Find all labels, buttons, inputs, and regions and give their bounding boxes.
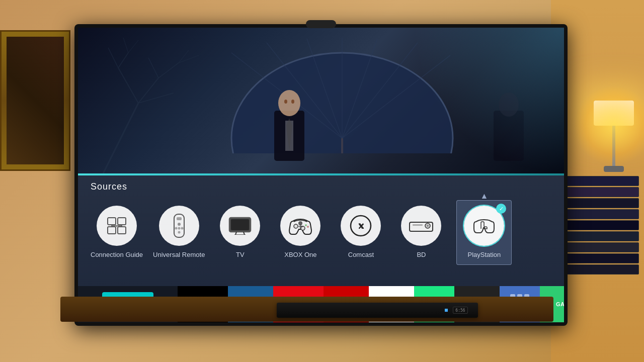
wall-art [0,30,70,171]
svg-line-5 [118,53,128,68]
svg-text:✕: ✕ [358,222,364,231]
svg-rect-46 [231,219,249,230]
svg-rect-33 [118,227,126,234]
svg-point-64 [427,225,429,227]
svg-point-43 [178,227,180,230]
source-label-bd: BD [417,251,426,259]
source-item-connection-guide[interactable]: Connection Guide [91,206,143,259]
svg-line-3 [138,93,174,103]
svg-rect-62 [413,224,423,226]
svg-line-10 [123,38,128,53]
source-icon-connection-guide [97,206,137,246]
source-label-comcast: Comcast [348,251,374,259]
svg-point-51 [294,224,298,228]
svg-point-42 [181,227,183,230]
source-label-universal-remote: Universal Remote [153,251,205,259]
svg-point-55 [305,224,307,226]
source-label-tv: TV [236,251,245,259]
source-item-comcast[interactable]: 𝕏 X ✕ Comcast [336,206,386,259]
lamp-glow [574,85,644,166]
svg-line-7 [158,63,179,78]
source-item-playstation[interactable]: ▲ ✓ PlayStation [456,200,512,265]
source-icon-universal-remote [159,206,199,246]
movie-scene [78,28,564,173]
svg-rect-54 [298,226,303,227]
source-item-bd[interactable]: BD [396,206,446,259]
cyan-light [413,28,564,173]
tv-camera [306,20,336,28]
svg-point-41 [175,227,177,230]
svg-point-23 [278,90,300,116]
source-label-xbox-one: XBOX One [284,251,316,259]
svg-line-1 [118,68,138,103]
source-icon-playstation: ✓ [464,206,504,246]
svg-rect-31 [118,218,126,225]
svg-rect-30 [108,218,116,225]
tv-screen: Sources Connection Gui [78,28,564,322]
svg-line-4 [108,48,118,68]
svg-line-0 [103,103,138,173]
source-item-xbox-one[interactable]: XBOX One [275,206,326,259]
games-label: GAMES [556,301,564,307]
source-items-row: Connection Guide Universal Remote [78,196,564,269]
svg-line-11 [128,40,138,53]
svg-point-40 [178,223,181,226]
cable-box: 6:56 [277,303,478,318]
source-label-playstation: PlayStation [464,251,504,259]
source-item-universal-remote[interactable]: Universal Remote [153,206,205,259]
svg-point-26 [284,100,287,104]
svg-point-56 [307,226,309,228]
source-item-tv[interactable]: TV [215,206,265,259]
sources-title: Sources [91,182,127,192]
source-icon-tv [220,206,260,246]
svg-line-6 [148,58,158,78]
source-icon-xbox-one [280,206,320,246]
game-stack [558,176,639,276]
svg-rect-39 [177,217,182,220]
source-icon-comcast: 𝕏 X ✕ [341,206,381,246]
svg-point-44 [178,231,180,234]
svg-rect-32 [108,227,116,234]
sources-header: Sources [78,175,564,196]
source-icon-bd [401,206,441,246]
playstation-checkmark: ✓ [496,204,506,214]
svg-line-2 [138,78,158,103]
svg-point-27 [291,100,294,104]
source-label-connection-guide: Connection Guide [91,251,143,259]
